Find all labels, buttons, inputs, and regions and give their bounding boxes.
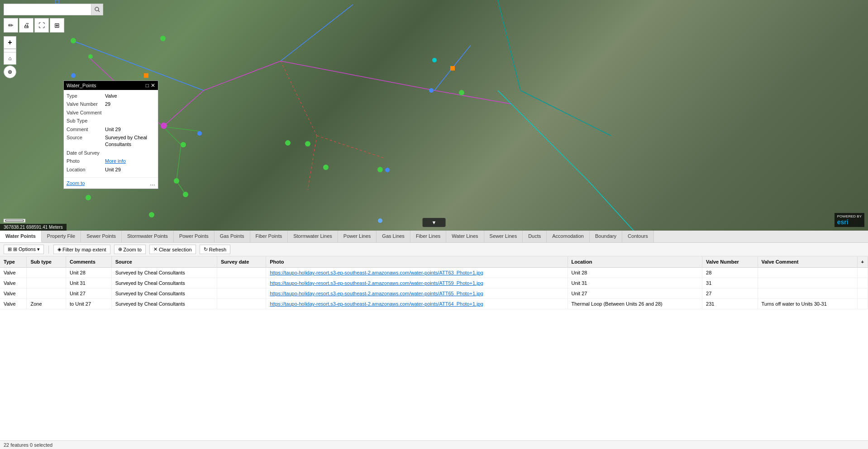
search-button[interactable] <box>91 4 103 15</box>
esri-logo: POWERED BY esri <box>835 213 864 227</box>
cell-type: Valve <box>0 299 27 309</box>
edit-tool-button[interactable]: ✏ <box>4 18 18 33</box>
popup-value-photo[interactable]: More info <box>105 158 155 165</box>
add-column-button[interactable]: + <box>857 256 868 268</box>
tab-contours[interactable]: Contours <box>622 231 654 242</box>
tab-boundary[interactable]: Boundary <box>590 231 622 242</box>
col-header-sub-type[interactable]: Sub type <box>27 256 66 268</box>
print-tool-button[interactable]: 🖨 <box>19 18 33 33</box>
tab-fiber-lines[interactable]: Fiber Lines <box>410 231 446 242</box>
cell-source: Surveyed by Cheal Consultants <box>111 299 217 309</box>
col-header-photo[interactable]: Photo <box>266 256 568 268</box>
zoom-to-button[interactable]: ⊕ Zoom to <box>114 245 146 254</box>
layers-tool-button[interactable]: ⊞ <box>50 18 64 33</box>
esri-brand: esri <box>837 218 849 226</box>
cell-location: Unit 27 <box>568 288 702 299</box>
tab-water-points[interactable]: Water Points <box>0 231 42 242</box>
layer-tabs: Water PointsProperty FileSewer PointsSto… <box>0 231 868 243</box>
table-row[interactable]: ValveUnit 27Surveyed by Cheal Consultant… <box>0 288 868 299</box>
more-info-link[interactable]: More info <box>105 158 126 164</box>
popup-label-type: Type <box>67 93 105 99</box>
navigator-button[interactable]: ▼ <box>423 218 446 227</box>
table-body: ValveUnit 28Surveyed by Cheal Consultant… <box>0 268 868 309</box>
tab-power-lines[interactable]: Power Lines <box>338 231 377 242</box>
table-toolbar: ⊞ ⊞ Options ▾ ◈ Filter by map extent ⊕ Z… <box>0 243 868 256</box>
separator-1 <box>48 246 49 254</box>
cell-photo[interactable]: https://taupo-holiday-resort.s3-ep-south… <box>266 268 568 278</box>
cell-extra <box>857 278 868 288</box>
tab-accomodation[interactable]: Accomodation <box>547 231 590 242</box>
left-toolbar: ✏ 🖨 ⛶ ⊞ <box>4 18 64 33</box>
home-button[interactable]: ⌂ <box>4 52 16 65</box>
clear-selection-button[interactable]: ✕ Clear selection <box>149 245 196 254</box>
table-header-row: Type Sub type Comments Source Survey dat… <box>0 256 868 268</box>
tab-water-lines[interactable]: Water Lines <box>446 231 484 242</box>
cell-survey_date <box>217 288 266 299</box>
cell-photo[interactable]: https://taupo-holiday-resort.s3-ep-south… <box>266 288 568 299</box>
cell-photo[interactable]: https://taupo-holiday-resort.s3-ep-south… <box>266 299 568 309</box>
status-text: 22 features 0 selected <box>4 442 52 448</box>
tab-sewer-lines[interactable]: Sewer Lines <box>484 231 523 242</box>
popup-label-comment: Comment <box>67 126 105 133</box>
tab-gas-points[interactable]: Gas Points <box>215 231 250 242</box>
photo-link[interactable]: https://taupo-holiday-resort.s3-ep-south… <box>270 291 483 296</box>
col-header-valve-number[interactable]: Valve Number <box>702 256 758 268</box>
col-header-type[interactable]: Type <box>0 256 27 268</box>
svg-line-43 <box>98 10 100 12</box>
col-header-source[interactable]: Source <box>111 256 217 268</box>
popup-field-type: Type Valve <box>67 93 155 99</box>
zoom-icon: ⊕ <box>118 246 122 252</box>
cell-sub_type <box>27 288 66 299</box>
col-header-location[interactable]: Location <box>568 256 702 268</box>
photo-link[interactable]: https://taupo-holiday-resort.s3-ep-south… <box>270 270 483 275</box>
cell-valve_number: 27 <box>702 288 758 299</box>
fullscreen-tool-button[interactable]: ⛶ <box>34 18 49 33</box>
filter-by-extent-button[interactable]: ◈ Filter by map extent <box>53 245 110 254</box>
coordinates-text: 367838.21 698591.41 Meters <box>4 225 63 230</box>
tab-gas-lines[interactable]: Gas Lines <box>377 231 410 242</box>
table-row[interactable]: ValveUnit 31Surveyed by Cheal Consultant… <box>0 278 868 288</box>
map-area[interactable]: ✏ 🖨 ⛶ ⊞ + − ⌂ ⊕ Water_Points □ ✕ Type Va… <box>0 0 868 231</box>
tab-stormwater-lines[interactable]: Stormwater Lines <box>288 231 338 242</box>
table-row[interactable]: ValveUnit 28Surveyed by Cheal Consultant… <box>0 268 868 278</box>
popup-minimize-button[interactable]: □ <box>146 82 149 89</box>
refresh-button[interactable]: ↻ Refresh <box>200 245 231 254</box>
tab-sewer-points[interactable]: Sewer Points <box>81 231 122 242</box>
search-input[interactable] <box>4 6 91 13</box>
feature-popup: Water_Points □ ✕ Type Valve Valve Number… <box>63 80 158 189</box>
search-bar[interactable] <box>4 4 103 15</box>
zoom-to-link[interactable]: Zoom to <box>67 180 85 186</box>
tab-stormwater-points[interactable]: Stormwater Points <box>122 231 174 242</box>
photo-link[interactable]: https://taupo-holiday-resort.s3-ep-south… <box>270 280 483 286</box>
table-row[interactable]: ValveZoneto Unit 27Surveyed by Cheal Con… <box>0 299 868 309</box>
tab-fiber-points[interactable]: Fiber Points <box>250 231 288 242</box>
popup-field-valve-number: Valve Number 29 <box>67 101 155 108</box>
clear-label: Clear selection <box>159 247 192 252</box>
col-header-valve-comment[interactable]: Valve Comment <box>758 256 857 268</box>
options-button[interactable]: ⊞ ⊞ Options ▾ <box>4 245 44 254</box>
attribute-table[interactable]: Type Sub type Comments Source Survey dat… <box>0 256 868 440</box>
col-header-survey-date[interactable]: Survey date <box>217 256 266 268</box>
cell-extra <box>857 299 868 309</box>
tab-power-points[interactable]: Power Points <box>174 231 215 242</box>
compass-button[interactable]: ⊕ <box>4 66 16 78</box>
popup-label-valve-comment: Valve Comment <box>67 109 105 116</box>
tab-ducts[interactable]: Ducts <box>523 231 547 242</box>
zoom-in-button[interactable]: + <box>4 36 16 49</box>
popup-label-photo: Photo <box>67 158 105 165</box>
popup-field-comment: Comment Unit 29 <box>67 126 155 133</box>
cell-type: Valve <box>0 278 27 288</box>
cell-survey_date <box>217 299 266 309</box>
col-header-comments[interactable]: Comments <box>66 256 111 268</box>
popup-more-button[interactable]: ... <box>150 180 155 187</box>
popup-close-button[interactable]: ✕ <box>151 82 155 89</box>
photo-link[interactable]: https://taupo-holiday-resort.s3-ep-south… <box>270 301 483 307</box>
cell-photo[interactable]: https://taupo-holiday-resort.s3-ep-south… <box>266 278 568 288</box>
cell-source: Surveyed by Cheal Consultants <box>111 278 217 288</box>
cell-survey_date <box>217 278 266 288</box>
grid-icon: ⊞ <box>8 246 12 252</box>
cell-sub_type <box>27 268 66 278</box>
cell-valve_comment <box>758 268 857 278</box>
tab-property-file[interactable]: Property File <box>42 231 81 242</box>
popup-label-source: Source <box>67 134 105 148</box>
